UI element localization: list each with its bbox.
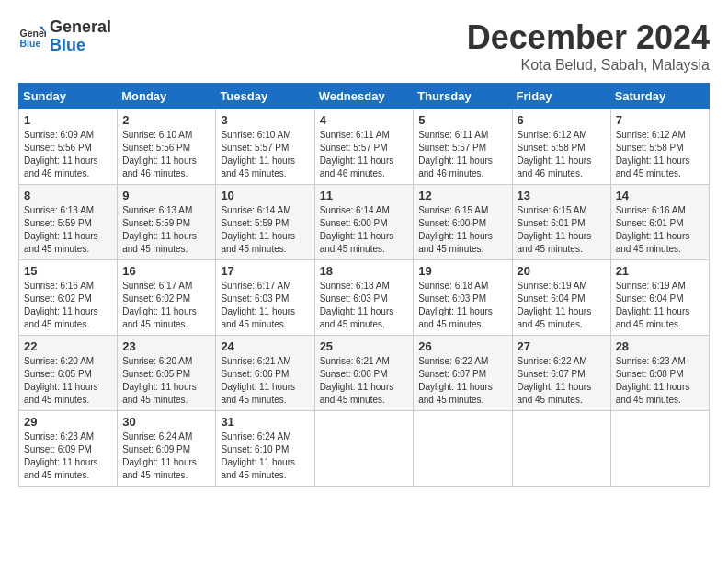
day-detail: Sunrise: 6:17 AMSunset: 6:03 PMDaylight:… xyxy=(221,281,295,329)
col-wednesday: Wednesday xyxy=(314,84,414,109)
day-number: 1 xyxy=(24,113,112,127)
day-detail: Sunrise: 6:10 AMSunset: 5:57 PMDaylight:… xyxy=(221,130,295,178)
calendar-cell: 8 Sunrise: 6:13 AMSunset: 5:59 PMDayligh… xyxy=(19,185,118,260)
day-number: 24 xyxy=(221,339,309,353)
day-number: 4 xyxy=(320,113,409,127)
day-number: 30 xyxy=(122,415,210,429)
calendar-cell: 1 Sunrise: 6:09 AMSunset: 5:56 PMDayligh… xyxy=(19,109,118,185)
calendar-cell: 21 Sunrise: 6:19 AMSunset: 6:04 PMDaylig… xyxy=(610,260,709,336)
calendar-week-row: 15 Sunrise: 6:16 AMSunset: 6:02 PMDaylig… xyxy=(19,260,710,336)
day-detail: Sunrise: 6:16 AMSunset: 6:02 PMDaylight:… xyxy=(24,281,98,329)
day-number: 25 xyxy=(320,339,409,353)
calendar-cell: 25 Sunrise: 6:21 AMSunset: 6:06 PMDaylig… xyxy=(314,336,414,411)
calendar-week-row: 1 Sunrise: 6:09 AMSunset: 5:56 PMDayligh… xyxy=(19,109,710,185)
day-detail: Sunrise: 6:24 AMSunset: 6:09 PMDaylight:… xyxy=(122,431,197,480)
day-number: 8 xyxy=(24,189,112,202)
calendar-cell: 12 Sunrise: 6:15 AMSunset: 6:00 PMDaylig… xyxy=(414,185,512,260)
day-number: 31 xyxy=(221,415,309,429)
col-saturday: Saturday xyxy=(610,84,709,109)
day-number: 6 xyxy=(518,113,606,127)
day-number: 21 xyxy=(616,264,704,278)
day-number: 7 xyxy=(616,113,704,127)
logo-icon: General Blue xyxy=(18,23,46,51)
day-detail: Sunrise: 6:21 AMSunset: 6:06 PMDaylight:… xyxy=(221,356,295,405)
day-number: 14 xyxy=(616,189,704,202)
calendar-cell: 13 Sunrise: 6:15 AMSunset: 6:01 PMDaylig… xyxy=(512,185,610,260)
calendar-cell xyxy=(610,411,709,487)
day-detail: Sunrise: 6:14 AMSunset: 5:59 PMDaylight:… xyxy=(221,205,295,254)
calendar-cell: 23 Sunrise: 6:20 AMSunset: 6:05 PMDaylig… xyxy=(118,336,216,411)
calendar-cell: 30 Sunrise: 6:24 AMSunset: 6:09 PMDaylig… xyxy=(118,411,216,487)
day-detail: Sunrise: 6:11 AMSunset: 5:57 PMDaylight:… xyxy=(418,130,493,178)
calendar-cell: 4 Sunrise: 6:11 AMSunset: 5:57 PMDayligh… xyxy=(314,109,414,185)
calendar-cell: 26 Sunrise: 6:22 AMSunset: 6:07 PMDaylig… xyxy=(414,336,512,411)
day-detail: Sunrise: 6:19 AMSunset: 6:04 PMDaylight:… xyxy=(616,281,690,329)
calendar-cell: 5 Sunrise: 6:11 AMSunset: 5:57 PMDayligh… xyxy=(414,109,512,185)
day-detail: Sunrise: 6:15 AMSunset: 6:00 PMDaylight:… xyxy=(418,205,493,254)
day-number: 20 xyxy=(518,264,606,278)
calendar-cell: 11 Sunrise: 6:14 AMSunset: 6:00 PMDaylig… xyxy=(314,185,414,260)
day-detail: Sunrise: 6:16 AMSunset: 6:01 PMDaylight:… xyxy=(616,205,690,254)
day-detail: Sunrise: 6:11 AMSunset: 5:57 PMDaylight:… xyxy=(320,130,394,178)
calendar-week-row: 8 Sunrise: 6:13 AMSunset: 5:59 PMDayligh… xyxy=(19,185,710,260)
header: General Blue General Blue December 2024 … xyxy=(18,18,710,74)
day-detail: Sunrise: 6:20 AMSunset: 6:05 PMDaylight:… xyxy=(24,356,98,405)
logo-text: General Blue xyxy=(50,18,111,55)
calendar-cell xyxy=(414,411,512,487)
calendar-cell: 18 Sunrise: 6:18 AMSunset: 6:03 PMDaylig… xyxy=(314,260,414,336)
day-number: 13 xyxy=(518,189,606,202)
day-detail: Sunrise: 6:18 AMSunset: 6:03 PMDaylight:… xyxy=(418,281,493,329)
day-number: 29 xyxy=(24,415,112,429)
logo: General Blue General Blue xyxy=(18,18,111,55)
col-monday: Monday xyxy=(118,84,216,109)
col-tuesday: Tuesday xyxy=(216,84,314,109)
col-friday: Friday xyxy=(512,84,610,109)
day-detail: Sunrise: 6:12 AMSunset: 5:58 PMDaylight:… xyxy=(616,130,690,178)
day-number: 12 xyxy=(418,189,506,202)
calendar-week-row: 29 Sunrise: 6:23 AMSunset: 6:09 PMDaylig… xyxy=(19,411,710,487)
calendar-cell xyxy=(512,411,610,487)
day-number: 28 xyxy=(616,339,704,353)
day-detail: Sunrise: 6:22 AMSunset: 6:07 PMDaylight:… xyxy=(518,356,592,405)
calendar-cell: 7 Sunrise: 6:12 AMSunset: 5:58 PMDayligh… xyxy=(610,109,709,185)
day-number: 15 xyxy=(24,264,112,278)
day-number: 5 xyxy=(418,113,506,127)
calendar-cell: 19 Sunrise: 6:18 AMSunset: 6:03 PMDaylig… xyxy=(414,260,512,336)
calendar-cell: 6 Sunrise: 6:12 AMSunset: 5:58 PMDayligh… xyxy=(512,109,610,185)
calendar-cell: 3 Sunrise: 6:10 AMSunset: 5:57 PMDayligh… xyxy=(216,109,314,185)
location-subtitle: Kota Belud, Sabah, Malaysia xyxy=(467,57,710,74)
title-area: December 2024 Kota Belud, Sabah, Malaysi… xyxy=(467,18,710,74)
day-number: 2 xyxy=(122,113,210,127)
calendar-cell: 22 Sunrise: 6:20 AMSunset: 6:05 PMDaylig… xyxy=(19,336,118,411)
calendar-cell: 16 Sunrise: 6:17 AMSunset: 6:02 PMDaylig… xyxy=(118,260,216,336)
calendar-header-row: Sunday Monday Tuesday Wednesday Thursday… xyxy=(19,84,710,109)
day-detail: Sunrise: 6:19 AMSunset: 6:04 PMDaylight:… xyxy=(518,281,592,329)
day-number: 11 xyxy=(320,189,409,202)
day-number: 3 xyxy=(221,113,309,127)
col-sunday: Sunday xyxy=(19,84,118,109)
day-number: 18 xyxy=(320,264,409,278)
col-thursday: Thursday xyxy=(414,84,512,109)
calendar-cell: 29 Sunrise: 6:23 AMSunset: 6:09 PMDaylig… xyxy=(19,411,118,487)
day-number: 27 xyxy=(518,339,606,353)
calendar-cell: 2 Sunrise: 6:10 AMSunset: 5:56 PMDayligh… xyxy=(118,109,216,185)
day-number: 10 xyxy=(221,189,309,202)
day-detail: Sunrise: 6:15 AMSunset: 6:01 PMDaylight:… xyxy=(518,205,592,254)
calendar-cell: 17 Sunrise: 6:17 AMSunset: 6:03 PMDaylig… xyxy=(216,260,314,336)
day-number: 26 xyxy=(418,339,506,353)
day-detail: Sunrise: 6:13 AMSunset: 5:59 PMDaylight:… xyxy=(122,205,197,254)
day-number: 22 xyxy=(24,339,112,353)
svg-text:Blue: Blue xyxy=(20,37,41,48)
day-number: 16 xyxy=(122,264,210,278)
day-number: 17 xyxy=(221,264,309,278)
calendar-week-row: 22 Sunrise: 6:20 AMSunset: 6:05 PMDaylig… xyxy=(19,336,710,411)
day-number: 23 xyxy=(122,339,210,353)
calendar-table: Sunday Monday Tuesday Wednesday Thursday… xyxy=(18,83,710,487)
day-detail: Sunrise: 6:20 AMSunset: 6:05 PMDaylight:… xyxy=(122,356,197,405)
calendar-cell: 10 Sunrise: 6:14 AMSunset: 5:59 PMDaylig… xyxy=(216,185,314,260)
calendar-cell: 24 Sunrise: 6:21 AMSunset: 6:06 PMDaylig… xyxy=(216,336,314,411)
day-number: 19 xyxy=(418,264,506,278)
month-title: December 2024 xyxy=(467,18,710,57)
calendar-cell: 27 Sunrise: 6:22 AMSunset: 6:07 PMDaylig… xyxy=(512,336,610,411)
day-detail: Sunrise: 6:23 AMSunset: 6:09 PMDaylight:… xyxy=(24,431,98,480)
